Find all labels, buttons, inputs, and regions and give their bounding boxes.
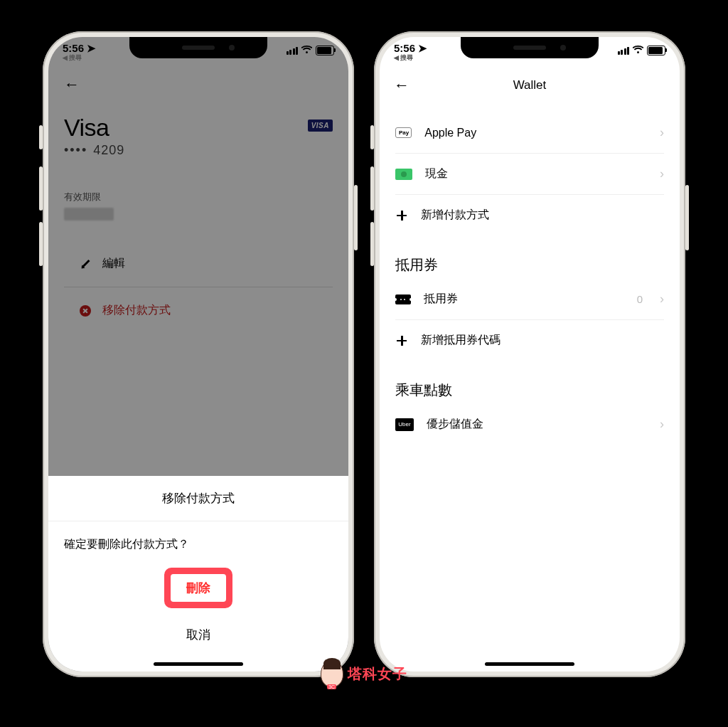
battery-icon (647, 46, 665, 55)
back-to-search[interactable]: ◀ 搜尋 (394, 55, 427, 61)
uber-icon: Uber (395, 418, 414, 431)
action-sheet: 移除付款方式 確定要刪除此付款方式？ 刪除 取消 (48, 476, 348, 672)
uber-credit-row[interactable]: Uber 優步儲值金 › (395, 404, 664, 445)
status-time: 5:56 (63, 43, 84, 54)
section-voucher-title: 抵用券 (395, 235, 664, 279)
back-button[interactable]: ← (394, 76, 410, 95)
plus-icon (395, 334, 408, 347)
cash-icon (395, 169, 412, 180)
voucher-count: 0 (637, 293, 647, 305)
plus-icon (395, 209, 408, 222)
battery-icon (316, 46, 334, 55)
cancel-button[interactable]: 取消 (48, 615, 348, 654)
delete-button[interactable]: 刪除 (171, 574, 226, 602)
add-voucher-row[interactable]: 新增抵用券代碼 (395, 320, 664, 361)
notch (461, 37, 599, 58)
watermark: 塔科女子 (321, 660, 407, 687)
ticket-icon (395, 294, 411, 304)
row-label: 現金 (425, 166, 448, 181)
sheet-title: 移除付款方式 (48, 476, 348, 521)
row-label: Apple Pay (424, 127, 476, 139)
delete-highlight-annotation: 刪除 (164, 568, 232, 608)
home-indicator[interactable] (485, 662, 574, 666)
payment-row-apple-pay[interactable]: Pay Apple Pay › (395, 112, 664, 154)
row-label: 新增抵用券代碼 (421, 333, 500, 348)
row-label: 優步儲值金 (427, 417, 483, 432)
apple-pay-icon: Pay (395, 127, 412, 138)
wifi-icon (633, 46, 643, 55)
back-to-search[interactable]: ◀ 搜尋 (63, 55, 96, 61)
add-payment-row[interactable]: 新增付款方式 (395, 195, 664, 235)
location-arrow-icon: ➤ (87, 43, 96, 54)
notch (129, 37, 267, 58)
voucher-row[interactable]: 抵用券 0 › (395, 279, 664, 320)
payment-row-cash[interactable]: 現金 › (395, 154, 664, 195)
phone-frame-right: 5:56 ➤ ◀ 搜尋 ← Wa (374, 31, 685, 677)
sheet-message: 確定要刪除此付款方式？ (48, 521, 348, 563)
chevron-right-icon: › (660, 417, 664, 432)
chevron-right-icon: › (660, 166, 664, 181)
row-label: 新增付款方式 (421, 208, 489, 223)
home-indicator[interactable] (154, 662, 243, 666)
page-title: Wallet (513, 78, 547, 92)
row-label: 抵用券 (424, 292, 458, 307)
signal-icon (287, 47, 299, 55)
phone-frame-left: 5:56 ➤ ◀ 搜尋 (43, 31, 354, 677)
status-time: 5:56 (394, 43, 415, 54)
chevron-right-icon: › (660, 125, 664, 140)
wifi-icon (301, 46, 312, 55)
chevron-right-icon: › (660, 292, 664, 307)
watermark-avatar-icon (321, 660, 343, 687)
signal-icon (618, 47, 630, 55)
watermark-text: 塔科女子 (348, 664, 407, 684)
section-points-title: 乘車點數 (395, 361, 664, 404)
location-arrow-icon: ➤ (418, 43, 427, 54)
